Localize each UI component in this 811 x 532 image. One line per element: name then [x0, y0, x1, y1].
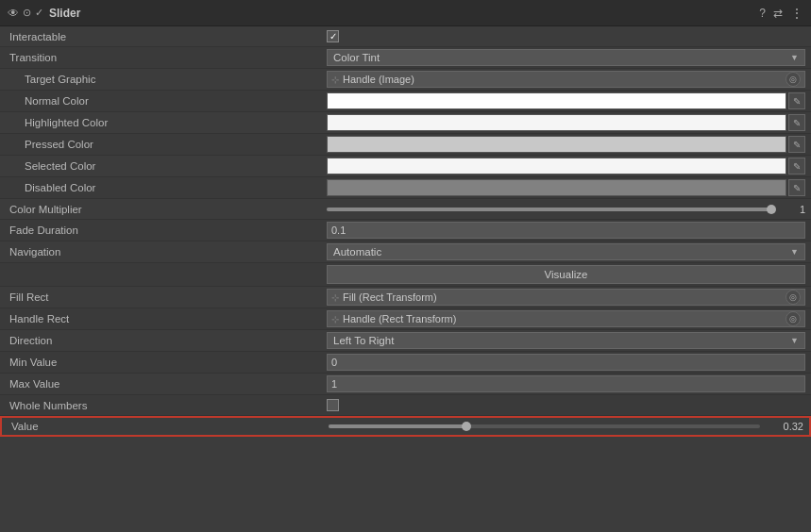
value-highlightedColor: ✎	[327, 114, 805, 131]
value-normalColor: ✎	[327, 92, 805, 109]
title-bar-controls: ? ⇄ ⋮	[759, 6, 803, 21]
value-handleRect: ⊹Handle (Rect Transform)◎	[327, 310, 805, 327]
label-selectedColor: Selected Color	[6, 160, 327, 172]
row-fillRect: Fill Rect⊹Fill (Rect Transform)◎	[0, 287, 811, 308]
value-slider-value[interactable]: 0.32	[329, 421, 803, 432]
row-disabledColor: Disabled Color✎	[0, 177, 811, 199]
value-colorMultiplier: 1	[327, 204, 805, 215]
slider-colorMultiplier[interactable]: 1	[327, 204, 805, 215]
dropdown-transition[interactable]: Color Tint▼	[327, 49, 805, 66]
color-field-pressedColor[interactable]: ✎	[327, 136, 805, 153]
color-bar-pressedColor	[327, 136, 786, 153]
slider-track-colorMultiplier	[327, 208, 771, 211]
inspector-panel: InteractableTransitionColor Tint▼Target …	[0, 26, 811, 437]
eyedropper-disabledColor[interactable]: ✎	[788, 179, 805, 196]
eyedropper-highlightedColor[interactable]: ✎	[788, 114, 805, 131]
check-icon[interactable]: ✓	[35, 7, 43, 19]
label-fadeDuration: Fade Duration	[6, 224, 327, 236]
label-wholeNumbers: Whole Numbers	[6, 400, 327, 411]
object-field-fillRect[interactable]: ⊹Fill (Rect Transform)◎	[327, 289, 805, 306]
value-transition: Color Tint▼	[327, 49, 805, 66]
value-direction: Left To Right▼	[327, 332, 805, 349]
settings-icon[interactable]: ⇄	[773, 7, 783, 20]
value-slider-display-value: 0.32	[766, 421, 803, 432]
row-interactable: Interactable	[0, 26, 811, 47]
value-value: 0.32	[329, 421, 803, 432]
color-bar-selectedColor	[327, 158, 786, 175]
row-navigation: NavigationAutomatic▼	[0, 241, 811, 263]
checkbox-interactable[interactable]	[327, 30, 339, 42]
eyedropper-pressedColor[interactable]: ✎	[788, 136, 805, 153]
move-icon: ⊹	[331, 75, 339, 85]
label-targetGraphic: Target Graphic	[6, 74, 327, 85]
color-field-disabledColor[interactable]: ✎	[327, 179, 805, 196]
color-field-highlightedColor[interactable]: ✎	[327, 114, 805, 131]
color-field-selectedColor[interactable]: ✎	[327, 158, 805, 175]
object-field-targetGraphic[interactable]: ⊹Handle (Image)◎	[327, 71, 805, 88]
object-field-target-targetGraphic[interactable]: ◎	[786, 72, 801, 87]
slider-fill-colorMultiplier	[327, 208, 771, 211]
dropdown-direction[interactable]: Left To Right▼	[327, 332, 805, 349]
chevron-down-icon: ▼	[790, 336, 799, 345]
label-value: Value	[8, 421, 329, 432]
value-slider-fill-value	[329, 424, 466, 428]
text-field-fadeDuration[interactable]	[327, 222, 805, 239]
label-fillRect: Fill Rect	[6, 291, 327, 303]
value-interactable	[327, 30, 805, 42]
dropdown-navigation[interactable]: Automatic▼	[327, 243, 805, 260]
object-field-target-handleRect[interactable]: ◎	[786, 311, 801, 326]
checkbox-wholeNumbers[interactable]	[327, 399, 339, 411]
value-slider-track-value	[329, 424, 760, 428]
object-field-text-handleRect: Handle (Rect Transform)	[343, 313, 456, 324]
value-targetGraphic: ⊹Handle (Image)◎	[327, 71, 805, 88]
value-selectedColor: ✎	[327, 158, 805, 175]
title-bar: 👁 ⊙ ✓ Slider ? ⇄ ⋮	[0, 0, 811, 26]
row-transition: TransitionColor Tint▼	[0, 47, 811, 69]
label-minValue: Min Value	[6, 357, 327, 368]
eyedropper-selectedColor[interactable]: ✎	[788, 158, 805, 175]
object-field-text-fillRect: Fill (Rect Transform)	[343, 291, 437, 303]
value-slider-thumb-value[interactable]	[462, 422, 471, 431]
label-interactable: Interactable	[6, 31, 327, 42]
row-selectedColor: Selected Color✎	[0, 156, 811, 177]
title-bar-icons: 👁 ⊙ ✓	[8, 7, 43, 20]
help-icon[interactable]: ?	[759, 7, 766, 20]
value-fillRect: ⊹Fill (Rect Transform)◎	[327, 289, 805, 306]
label-disabledColor: Disabled Color	[6, 182, 327, 193]
color-bar-normalColor	[327, 92, 786, 109]
slider-value-colorMultiplier: 1	[777, 204, 805, 215]
value-maxValue	[327, 375, 805, 392]
label-maxValue: Max Value	[6, 378, 327, 390]
label-navigation: Navigation	[6, 246, 327, 258]
button-visualize[interactable]: Visualize	[327, 265, 805, 284]
lock-icon[interactable]: ⊙	[23, 7, 31, 19]
row-minValue: Min Value	[0, 352, 811, 374]
row-targetGraphic: Target Graphic⊹Handle (Image)◎	[0, 69, 811, 91]
color-bar-disabledColor	[327, 179, 786, 196]
more-icon[interactable]: ⋮	[790, 6, 803, 21]
move-icon: ⊹	[331, 292, 339, 303]
value-wholeNumbers	[327, 399, 805, 411]
slider-thumb-colorMultiplier[interactable]	[767, 205, 776, 214]
label-transition: Transition	[6, 52, 327, 63]
text-field-maxValue[interactable]	[327, 375, 805, 392]
chevron-down-icon: ▼	[790, 53, 799, 62]
label-normalColor: Normal Color	[6, 95, 327, 107]
label-colorMultiplier: Color Multiplier	[6, 204, 327, 215]
row-colorMultiplier: Color Multiplier1	[0, 199, 811, 220]
eyedropper-normalColor[interactable]: ✎	[788, 92, 805, 109]
row-value: Value0.32	[0, 416, 811, 437]
object-field-target-fillRect[interactable]: ◎	[786, 290, 801, 305]
text-field-minValue[interactable]	[327, 354, 805, 371]
value-minValue	[327, 354, 805, 371]
value-visualize: Visualize	[327, 265, 805, 284]
label-highlightedColor: Highlighted Color	[6, 117, 327, 128]
panel-title: Slider	[49, 7, 80, 20]
eye-icon[interactable]: 👁	[8, 7, 19, 20]
value-disabledColor: ✎	[327, 179, 805, 196]
row-direction: DirectionLeft To Right▼	[0, 330, 811, 352]
color-field-normalColor[interactable]: ✎	[327, 92, 805, 109]
row-pressedColor: Pressed Color✎	[0, 134, 811, 156]
label-direction: Direction	[6, 335, 327, 346]
object-field-handleRect[interactable]: ⊹Handle (Rect Transform)◎	[327, 310, 805, 327]
